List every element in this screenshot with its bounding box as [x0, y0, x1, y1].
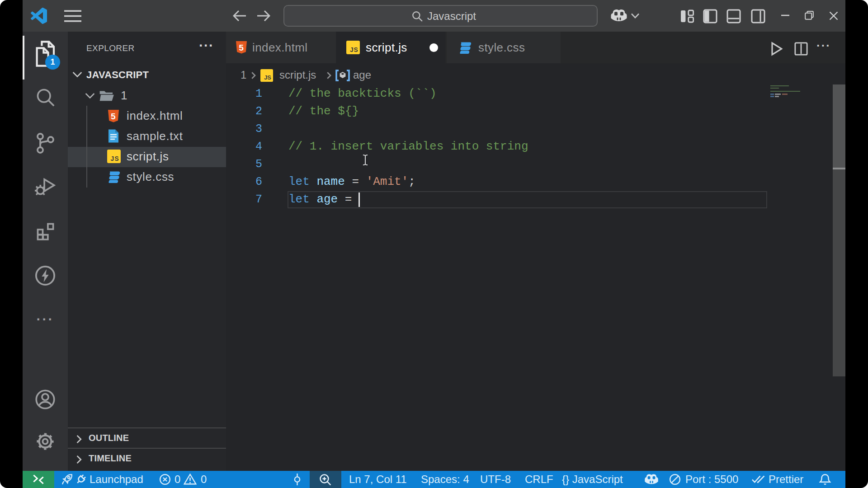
- svg-text:JS: JS: [350, 47, 358, 53]
- svg-text:5: 5: [111, 112, 116, 121]
- svg-text:JS: JS: [264, 74, 271, 81]
- svg-text:JS: JS: [111, 155, 119, 162]
- svg-text:5: 5: [239, 43, 244, 52]
